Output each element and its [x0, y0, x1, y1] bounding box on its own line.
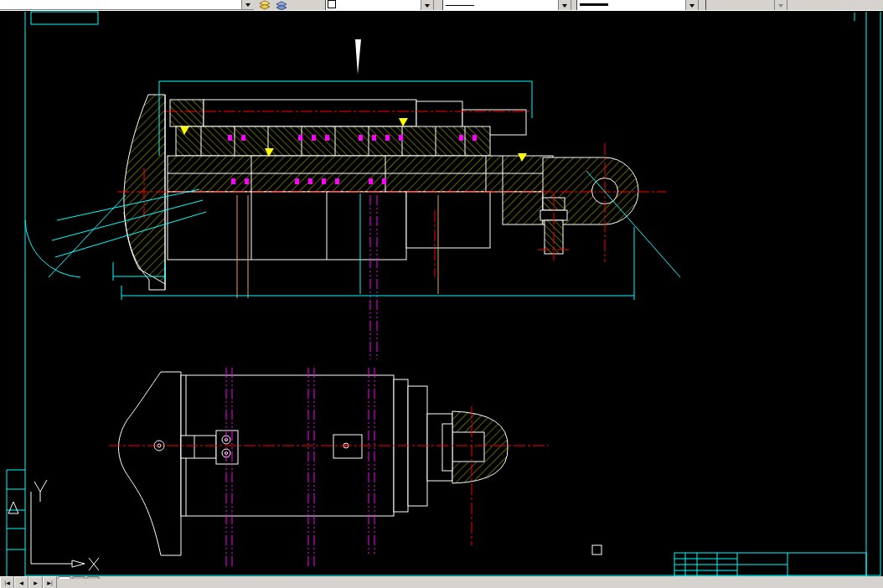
k-direction-arrow: [355, 39, 361, 75]
layer-combo[interactable]: [0, 0, 254, 10]
frame-triangle-mark: [8, 502, 18, 513]
linetype-combo-arrow[interactable]: [558, 0, 571, 10]
lineweight-sample: [580, 3, 608, 6]
linetype-combo[interactable]: [442, 0, 571, 10]
x-axis-glyph: [89, 558, 99, 570]
drawing-canvas[interactable]: [0, 10, 883, 577]
layer-states-icon[interactable]: [276, 0, 287, 8]
plotstyle-combo: [705, 0, 787, 10]
main-section-view: [25, 39, 680, 359]
tab-layout2[interactable]: [86, 576, 100, 579]
revision-note-box: [31, 12, 98, 24]
gland-band: [176, 126, 490, 156]
color-combo-arrow[interactable]: [421, 0, 433, 10]
layer-name-text: [57, 8, 61, 9]
tab-model[interactable]: [58, 576, 71, 579]
tab-nav-last[interactable]: ▶|: [43, 576, 57, 588]
layer-combo-arrow[interactable]: [241, 0, 254, 9]
barrel-step-outline: [406, 192, 490, 248]
tab-nav-next[interactable]: ▶: [28, 576, 43, 588]
kview-port: [333, 435, 362, 458]
tab-layout1[interactable]: [72, 576, 85, 579]
color-chip: [328, 0, 336, 8]
plotstyle-combo-arrow: [774, 0, 787, 10]
eye-plate: [503, 192, 543, 224]
kview-clevis: [119, 372, 182, 555]
layer-properties-icon[interactable]: [260, 0, 271, 8]
color-combo[interactable]: [325, 0, 434, 10]
piston-rod: [204, 100, 416, 126]
ucs-icon: [31, 480, 99, 570]
drawing-svg: [0, 11, 883, 577]
tab-nav-first[interactable]: |◀: [0, 576, 14, 588]
tab-nav-prev[interactable]: ◀: [14, 576, 28, 588]
piston-head: [170, 100, 204, 126]
lineweight-combo[interactable]: [576, 0, 699, 10]
layout-tab-bar: |◀ ◀ ▶ ▶|: [0, 576, 883, 588]
pickbox-cursor: [592, 545, 602, 554]
top-toolbar: [0, 0, 883, 10]
lineweight-combo-arrow[interactable]: [685, 0, 698, 10]
linetype-sample: [446, 5, 474, 6]
k-view: [109, 368, 549, 569]
title-block: [674, 553, 866, 576]
